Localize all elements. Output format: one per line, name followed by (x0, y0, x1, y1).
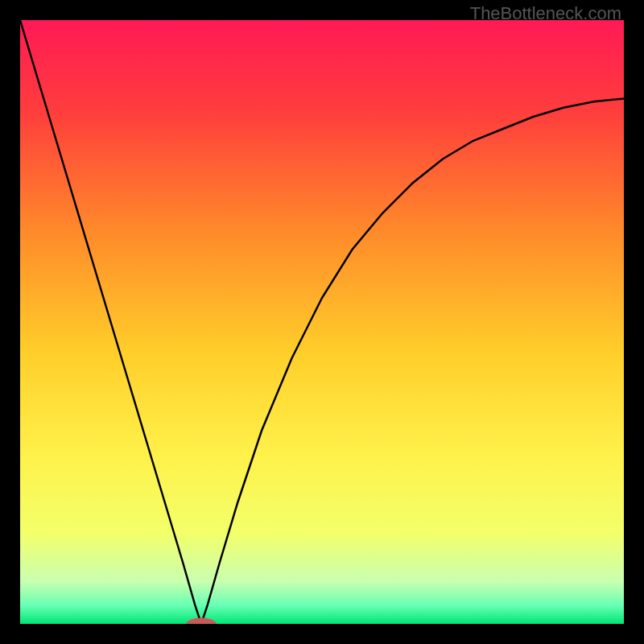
watermark-text: TheBottleneck.com (470, 3, 621, 24)
chart-plot-area (20, 20, 624, 624)
chart-svg (20, 20, 624, 624)
